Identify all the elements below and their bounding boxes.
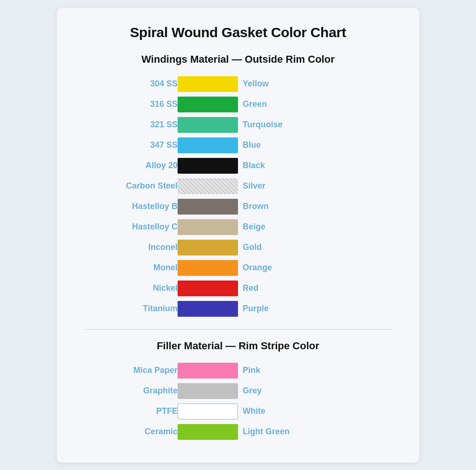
table-row: TitaniumPurple	[85, 299, 391, 319]
section-heading-windings: Windings Material — Outside Rim Color	[85, 53, 391, 65]
color-name: Turquoise	[243, 115, 391, 135]
material-label: Mica Paper	[85, 360, 178, 381]
material-label: Hastelloy B	[85, 196, 178, 217]
table-row: MonelOrange	[85, 258, 391, 278]
color-swatch	[178, 383, 238, 399]
color-swatch	[178, 178, 238, 194]
color-swatch	[178, 97, 238, 112]
color-swatch	[178, 424, 238, 440]
material-label: Ceramic	[85, 422, 178, 442]
table-row: 347 SSBlue	[85, 135, 391, 156]
color-swatch	[178, 158, 238, 174]
swatch-cell	[178, 237, 243, 258]
table-row: NickelRed	[85, 278, 391, 299]
color-name: Gold	[243, 237, 391, 258]
table-row: CeramicLight Green	[85, 422, 391, 442]
color-swatch	[178, 117, 238, 133]
swatch-cell	[178, 278, 243, 299]
material-label: Inconel	[85, 237, 178, 258]
swatch-cell	[178, 115, 243, 135]
color-name: White	[243, 401, 391, 422]
material-label: Hastelloy C	[85, 217, 178, 237]
color-table-windings: 304 SSYellow316 SSGreen321 SSTurquoise34…	[85, 74, 391, 319]
material-label: Nickel	[85, 278, 178, 299]
swatch-cell	[178, 401, 243, 422]
color-name: Blue	[243, 135, 391, 156]
color-name: Light Green	[243, 422, 391, 442]
color-name: Brown	[243, 196, 391, 217]
table-row: 316 SSGreen	[85, 94, 391, 115]
table-row: Carbon SteelSilver	[85, 176, 391, 196]
color-swatch	[178, 137, 238, 153]
material-label: Alloy 20	[85, 156, 178, 176]
material-label: 304 SS	[85, 74, 178, 94]
swatch-cell	[178, 258, 243, 278]
material-label: Graphite	[85, 381, 178, 401]
section-heading-filler: Filler Material — Rim Stripe Color	[85, 340, 391, 352]
color-name: Yellow	[243, 74, 391, 94]
color-swatch	[178, 301, 238, 317]
material-label: Monel	[85, 258, 178, 278]
color-name: Purple	[243, 299, 391, 319]
swatch-cell	[178, 196, 243, 217]
table-row: GraphiteGrey	[85, 381, 391, 401]
table-row: Hastelloy BBrown	[85, 196, 391, 217]
table-row: 304 SSYellow	[85, 74, 391, 94]
color-swatch	[178, 219, 238, 235]
material-label: Carbon Steel	[85, 176, 178, 196]
swatch-cell	[178, 156, 243, 176]
swatch-cell	[178, 74, 243, 94]
page-title: Spiral Wound Gasket Color Chart	[85, 25, 391, 40]
color-name: Red	[243, 278, 391, 299]
color-name: Grey	[243, 381, 391, 401]
color-swatch	[178, 363, 238, 379]
swatch-cell	[178, 135, 243, 156]
material-label: 347 SS	[85, 135, 178, 156]
color-swatch	[178, 76, 238, 92]
color-swatch	[178, 281, 238, 296]
color-name: Beige	[243, 217, 391, 237]
swatch-cell	[178, 381, 243, 401]
swatch-cell	[178, 176, 243, 196]
table-row: Mica PaperPink	[85, 360, 391, 381]
swatch-cell	[178, 94, 243, 115]
table-row: 321 SSTurquoise	[85, 115, 391, 135]
material-label: 316 SS	[85, 94, 178, 115]
color-swatch	[178, 240, 238, 255]
swatch-cell	[178, 360, 243, 381]
color-name: Pink	[243, 360, 391, 381]
table-row: Alloy 20Black	[85, 156, 391, 176]
color-name: Orange	[243, 258, 391, 278]
swatch-cell	[178, 299, 243, 319]
section-divider	[85, 329, 391, 330]
color-swatch	[178, 260, 238, 276]
table-row: Hastelloy CBeige	[85, 217, 391, 237]
table-row: PTFEWhite	[85, 401, 391, 422]
color-name: Black	[243, 156, 391, 176]
color-swatch	[178, 404, 238, 419]
material-label: Titanium	[85, 299, 178, 319]
color-name: Silver	[243, 176, 391, 196]
color-chart-card: Spiral Wound Gasket Color Chart Windings…	[57, 8, 419, 463]
color-swatch	[178, 199, 238, 215]
material-label: 321 SS	[85, 115, 178, 135]
color-name: Green	[243, 94, 391, 115]
table-row: InconelGold	[85, 237, 391, 258]
color-table-filler: Mica PaperPinkGraphiteGreyPTFEWhiteCeram…	[85, 360, 391, 442]
swatch-cell	[178, 422, 243, 442]
material-label: PTFE	[85, 401, 178, 422]
swatch-cell	[178, 217, 243, 237]
